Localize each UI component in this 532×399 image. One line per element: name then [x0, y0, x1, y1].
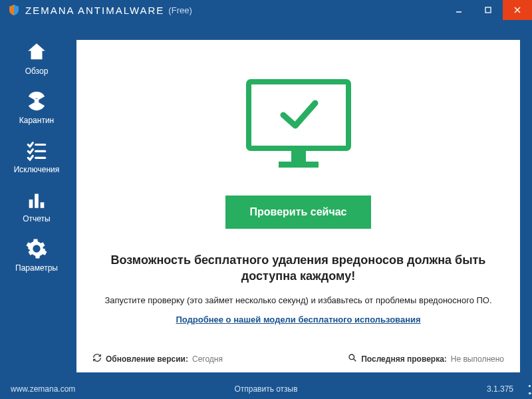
scan-now-button[interactable]: Проверить сейчас [225, 196, 370, 229]
svg-rect-1 [485, 7, 491, 13]
app-edition: (Free) [168, 5, 192, 15]
sidebar-item-reports[interactable]: Отчеты [23, 188, 50, 223]
sidebar: Обзор Карантин Исключения [0, 40, 73, 273]
sidebar-item-label: Исключения [14, 165, 60, 174]
svg-rect-9 [35, 194, 39, 208]
home-icon [25, 40, 49, 64]
titlebar: ZEMANA ANTIMALWARE (Free) [0, 0, 532, 20]
window-controls [444, 0, 532, 20]
sidebar-item-settings[interactable]: Параметры [15, 237, 58, 273]
minimize-button[interactable] [444, 0, 473, 20]
gear-icon [25, 237, 49, 261]
lastscan-status[interactable]: Последняя проверка: Не выполнено [348, 353, 504, 364]
update-label: Обновление версии: [106, 354, 188, 364]
close-button[interactable] [503, 0, 532, 20]
svg-line-15 [354, 359, 356, 362]
status-row: Обновление версии: Сегодня Последняя про… [90, 348, 507, 364]
svg-point-14 [349, 354, 354, 360]
sidebar-item-label: Отчеты [23, 214, 50, 223]
svg-rect-13 [279, 162, 319, 168]
headline-text: Возможность бесплатного удаления вредоно… [90, 252, 507, 285]
sidebar-item-overview[interactable]: Обзор [25, 40, 49, 76]
update-status[interactable]: Обновление версии: Сегодня [92, 353, 223, 364]
radiation-icon [25, 89, 49, 113]
version-text: 3.1.375 [487, 384, 513, 394]
svg-rect-10 [41, 202, 45, 208]
maximize-button[interactable] [473, 0, 503, 20]
lastscan-label: Последняя проверка: [361, 354, 447, 364]
website-link[interactable]: www.zemana.com [11, 384, 75, 394]
monitor-check-icon [242, 76, 355, 179]
svg-rect-11 [249, 82, 348, 148]
sidebar-item-label: Карантин [19, 116, 54, 125]
learn-more-link[interactable]: Подробнее о нашей модели бесплатного исп… [176, 315, 420, 325]
svg-rect-12 [291, 148, 306, 163]
refresh-icon [92, 353, 102, 364]
subtext: Запустите проверку (это займет несколько… [104, 295, 491, 305]
sidebar-item-label: Параметры [15, 263, 58, 273]
sidebar-item-quarantine[interactable]: Карантин [19, 89, 54, 125]
search-icon [348, 353, 357, 364]
footer: www.zemana.com Отправить отзыв 3.1.375 •… [0, 379, 532, 399]
sidebar-item-exclusions[interactable]: Исключения [14, 138, 60, 174]
bar-chart-icon [25, 188, 49, 211]
update-value: Сегодня [192, 354, 223, 364]
checklist-icon [25, 138, 49, 162]
svg-rect-8 [29, 200, 33, 208]
lastscan-value: Не выполнено [451, 354, 504, 364]
resize-grip-icon[interactable]: ••••• [528, 382, 529, 397]
sidebar-item-label: Обзор [25, 66, 49, 76]
feedback-link[interactable]: Отправить отзыв [234, 384, 297, 394]
app-title: ZEMANA ANTIMALWARE [25, 5, 164, 16]
main-panel: Проверить сейчас Возможность бесплатного… [76, 40, 520, 372]
app-logo-icon [8, 4, 20, 16]
